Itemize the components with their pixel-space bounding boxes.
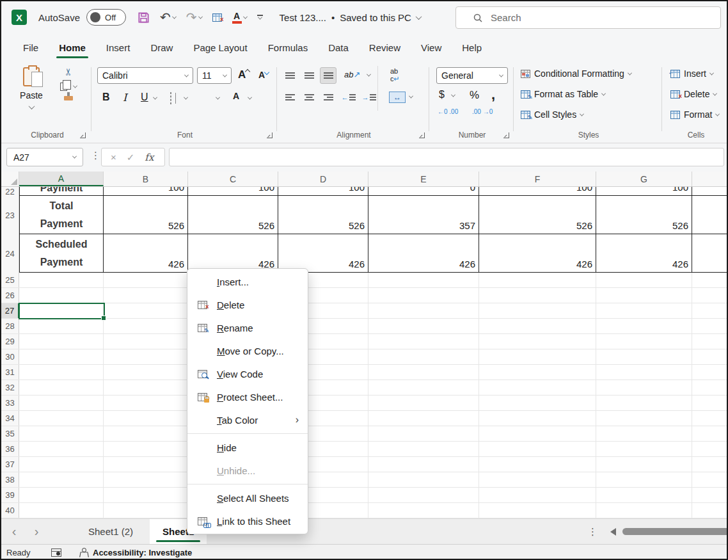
grid-cell[interactable] xyxy=(104,349,188,364)
grid-cell[interactable] xyxy=(104,442,188,456)
column-header-c[interactable]: C xyxy=(188,172,278,186)
grid-cell[interactable] xyxy=(368,442,479,456)
grid-cell[interactable] xyxy=(19,503,104,518)
grid-cell[interactable] xyxy=(19,488,104,502)
clipboard-dialog-launcher[interactable] xyxy=(80,132,86,138)
row-header[interactable]: 30 xyxy=(1,349,19,364)
grid-cell[interactable] xyxy=(368,488,479,502)
grid-cell[interactable] xyxy=(368,426,479,441)
grid-cell[interactable]: 426 xyxy=(104,234,188,273)
row-header[interactable]: 33 xyxy=(1,396,19,410)
save-button[interactable] xyxy=(138,12,150,24)
underline-button[interactable]: U xyxy=(141,92,148,103)
grid-cell[interactable] xyxy=(19,442,104,456)
decrease-decimal-button[interactable]: .00 →0 xyxy=(472,108,493,115)
currency-dropdown-icon[interactable] xyxy=(451,93,455,97)
grid-cell[interactable] xyxy=(368,288,479,303)
grid-cell[interactable] xyxy=(104,396,188,410)
font-color-qat-button[interactable]: A xyxy=(232,12,247,24)
number-dialog-launcher[interactable] xyxy=(503,132,509,138)
grid-cell[interactable] xyxy=(104,457,188,472)
grid-cell[interactable] xyxy=(692,442,728,456)
row-header[interactable]: 25 xyxy=(1,273,19,287)
grid-cell[interactable] xyxy=(368,365,479,380)
enter-button[interactable]: ✓ xyxy=(127,152,135,163)
grid-cell[interactable] xyxy=(692,319,728,333)
column-header-h-partial[interactable] xyxy=(692,172,728,186)
grid-cell[interactable] xyxy=(596,349,692,364)
grid-cell[interactable] xyxy=(368,273,479,287)
grid-cell[interactable] xyxy=(368,411,479,426)
grid-cell[interactable] xyxy=(479,349,596,364)
name-box[interactable]: A27 xyxy=(6,148,83,166)
grid-cell[interactable]: 526 xyxy=(104,196,188,234)
grid-cell[interactable] xyxy=(19,334,104,349)
grid-cell[interactable] xyxy=(596,488,692,502)
grid-cell[interactable] xyxy=(19,457,104,472)
insert-function-button[interactable]: fx xyxy=(145,152,154,163)
conditional-formatting-button[interactable]: Conditional Formatting xyxy=(521,68,631,79)
row-header[interactable]: 31 xyxy=(1,365,19,380)
undo-button[interactable]: ↶ xyxy=(160,10,176,25)
align-left-button[interactable] xyxy=(281,89,298,106)
increase-indent-button[interactable]: → xyxy=(361,89,377,106)
grid-cell[interactable] xyxy=(368,503,479,518)
align-right-button[interactable] xyxy=(320,89,336,106)
grid-cell[interactable] xyxy=(596,442,692,456)
row-header[interactable]: 23 xyxy=(1,196,19,234)
grid-cell[interactable]: 526 xyxy=(188,196,278,234)
grid-cell[interactable] xyxy=(368,349,479,364)
search-input[interactable] xyxy=(491,12,702,23)
undo-dropdown-icon[interactable] xyxy=(172,14,177,19)
menu-item-move-or-copy[interactable]: Move or Copy... xyxy=(187,339,308,362)
tab-help[interactable]: Help xyxy=(452,36,492,60)
comma-style-button[interactable]: , xyxy=(491,86,495,103)
grid-cell[interactable] xyxy=(368,472,479,487)
menu-item-view-code[interactable]: View Code xyxy=(187,362,308,385)
document-title-area[interactable]: Test 123.... • Saved to this PC xyxy=(280,12,421,23)
grid-cell[interactable] xyxy=(479,488,596,502)
alignment-dialog-launcher[interactable] xyxy=(419,132,425,138)
grid-cell[interactable]: 0 xyxy=(368,187,479,196)
grid-cell[interactable] xyxy=(596,472,692,487)
fill-color-dropdown-icon[interactable] xyxy=(216,95,220,100)
grid-cell[interactable] xyxy=(479,380,596,395)
font-color-ribbon-dropdown-icon[interactable] xyxy=(248,95,252,100)
bold-button[interactable]: B xyxy=(102,92,110,103)
row-header[interactable]: 24 xyxy=(1,234,19,273)
percent-button[interactable]: % xyxy=(470,89,479,102)
tab-review[interactable]: Review xyxy=(359,36,411,60)
grid-cell[interactable] xyxy=(692,196,728,234)
row-header[interactable]: 27 xyxy=(1,303,19,318)
column-header-e[interactable]: E xyxy=(368,172,479,186)
decrease-font-button[interactable]: A xyxy=(258,70,269,80)
align-bottom-button[interactable] xyxy=(320,67,336,84)
grid-cell[interactable] xyxy=(479,457,596,472)
row-header[interactable]: 32 xyxy=(1,380,19,395)
row-header[interactable]: 28 xyxy=(1,319,19,333)
formula-input[interactable] xyxy=(169,148,724,166)
grid-cell[interactable] xyxy=(19,380,104,395)
grid-cell[interactable] xyxy=(104,303,188,318)
row-header[interactable]: 34 xyxy=(1,411,19,426)
customize-qat-button[interactable] xyxy=(257,15,263,20)
grid-cell[interactable]: 426 xyxy=(479,234,596,273)
tab-formulas[interactable]: Formulas xyxy=(258,36,319,60)
column-header-b[interactable]: B xyxy=(104,172,188,186)
grid-cell[interactable]: 526 xyxy=(596,196,692,234)
grid-cell[interactable] xyxy=(368,303,479,318)
grid-cell[interactable] xyxy=(104,273,188,287)
row-header[interactable]: 38 xyxy=(1,472,19,487)
menu-item-link-to-this-sheet[interactable]: Link to this Sheet xyxy=(187,509,308,532)
next-sheet-button[interactable]: › xyxy=(27,524,46,539)
grid-cell[interactable]: 426 xyxy=(596,234,692,273)
number-format-combo[interactable]: General xyxy=(436,67,508,84)
tab-home[interactable]: Home xyxy=(49,36,96,60)
macro-record-icon[interactable] xyxy=(51,548,61,557)
font-dialog-launcher[interactable] xyxy=(267,132,273,138)
font-name-combo[interactable]: Calibri xyxy=(97,67,193,84)
sheet-tab-sheet1-2[interactable]: Sheet1 (2) xyxy=(72,526,150,537)
excel-logo-icon[interactable]: X xyxy=(12,10,27,25)
menu-item-select-all-sheets[interactable]: Select All Sheets xyxy=(187,486,308,509)
grid-cell[interactable]: 100 xyxy=(104,187,188,196)
